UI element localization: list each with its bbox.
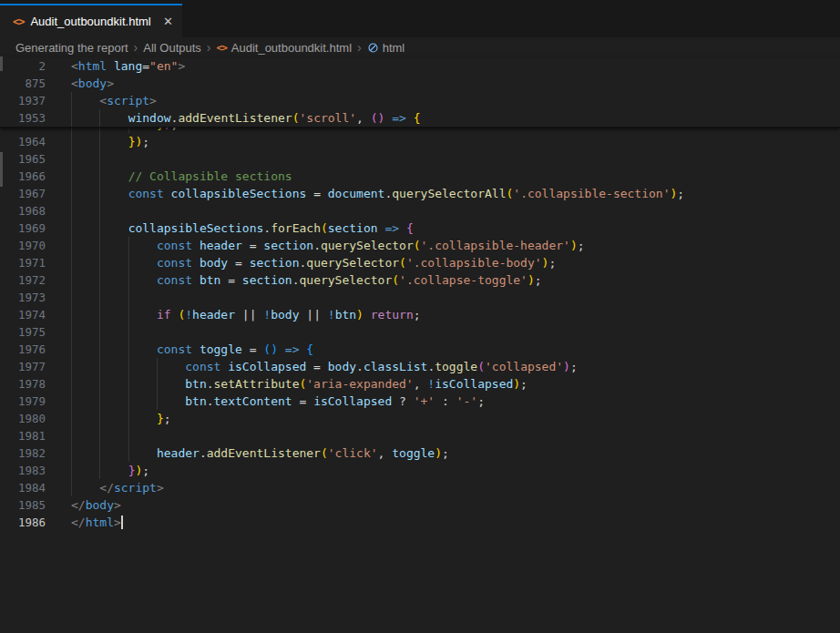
indent-guide [71,185,72,202]
code-line[interactable]: 1967 const collapsibleSections = documen… [0,185,840,202]
close-icon[interactable]: ✕ [163,15,173,28]
code-line[interactable]: 1974 if (!header || !body || !btn) retur… [0,306,840,323]
indent-guide [71,462,72,479]
breadcrumb-item[interactable]: html [367,41,405,55]
sticky-line[interactable]: 2<html lang="en"> [0,57,840,75]
indent-guide [99,185,100,202]
line-content: <script> [46,92,840,109]
indent-guide [71,341,72,358]
code-line[interactable]: 1970 const header = section.querySelecto… [0,237,840,254]
indent-guide [99,237,100,254]
line-content: header.addEventListener('click', toggle)… [46,444,840,462]
breadcrumb: Generating the report›All Outputs›<>Audi… [0,37,840,57]
breadcrumb-item[interactable]: <>Audit_outboundkit.html [217,41,353,55]
line-number: 1972 [0,271,46,289]
line-content [46,150,840,168]
code-line[interactable]: 1978 btn.setAttribute('aria-expanded', !… [0,375,840,393]
line-number: 1978 [0,375,46,393]
indent-guide [71,92,72,109]
indent-guide [128,306,129,323]
left-edge-marker [0,56,3,71]
code-line[interactable]: 1972 const btn = section.querySelector('… [0,271,840,289]
indent-guide [99,202,100,220]
left-edge-marker [0,152,3,187]
code-line[interactable]: 1977 const isCollapsed = body.classList.… [0,358,840,375]
line-content: const btn = section.querySelector('.coll… [46,271,840,289]
chevron-right-icon: › [134,41,138,54]
line-number: 1966 [0,168,46,185]
symbol-icon [367,42,379,54]
code-line[interactable]: 1976 const toggle = () => { [0,341,840,358]
indent-guide [128,444,129,462]
code-line[interactable]: 1984 </script> [0,479,840,496]
line-content: if (!header || !body || !btn) return; [46,306,840,323]
indent-guide [157,393,158,410]
sticky-line[interactable]: 1953 window.addEventListener('scroll', (… [0,109,840,127]
line-number: 1969 [0,220,46,237]
breadcrumb-label: html [383,41,405,55]
tab-audit-outboundkit-html[interactable]: <> Audit_outboundkit.html ✕ [0,4,182,37]
indent-guide [99,271,100,289]
indent-guide [71,289,72,306]
code-line[interactable]: 1981 [0,427,840,444]
line-content [46,427,840,444]
code-line[interactable]: 1982 header.addEventListener('click', to… [0,444,840,462]
line-number: 1985 [0,496,46,514]
line-content: collapsibleSections.forEach(section => { [46,220,840,237]
line-number: 1971 [0,254,46,271]
indent-guide [71,410,72,427]
indent-guide [128,427,129,444]
line-number: 1982 [0,444,46,462]
indent-guide [99,393,100,410]
line-number: 1986 [0,514,46,531]
sticky-line[interactable]: 875<body> [0,75,840,92]
code-editor-window: <> Audit_outboundkit.html ✕ Generating t… [0,0,840,633]
code-line[interactable]: 1964 }); [0,133,840,150]
line-number: 1970 [0,237,46,254]
breadcrumb-item[interactable]: All Outputs [143,41,201,55]
code-line[interactable]: 1975 [0,323,840,341]
chevron-right-icon: › [207,41,211,54]
code-line[interactable]: 1966 // Collapsible sections [0,168,840,185]
indent-guide [128,271,129,289]
code-line[interactable]: 1983 }); [0,462,840,479]
line-content: </html> [46,514,840,531]
indent-guide [71,479,72,496]
code-line[interactable]: 1968 [0,202,840,220]
sticky-scroll: 2<html lang="en">875<body>1937 <script>1… [0,57,840,128]
code-line[interactable]: 1986</html> [0,514,840,531]
line-content: const isCollapsed = body.classList.toggl… [46,358,840,375]
line-number: 1984 [0,479,46,496]
code-line[interactable]: 1979 btn.textContent = isCollapsed ? '+'… [0,393,840,410]
line-number: 1973 [0,289,46,306]
code-line[interactable]: 1973 [0,289,840,306]
line-content: const toggle = () => { [46,341,840,358]
indent-guide [157,358,158,375]
line-content: </script> [46,479,840,496]
line-content: <body> [46,75,840,92]
line-content: // Collapsible sections [46,168,840,185]
code-line[interactable]: 1980 }; [0,410,840,427]
line-content: const header = section.querySelector('.c… [46,237,840,254]
indent-guide [99,289,100,306]
indent-guide [128,341,129,358]
indent-guide [71,427,72,444]
line-content: <html lang="en"> [46,57,840,75]
indent-guide [99,254,100,271]
code-line[interactable]: 1965 [0,150,840,168]
indent-guide [99,444,100,462]
line-content: const collapsibleSections = document.que… [46,185,840,202]
code-line[interactable]: 1971 const body = section.querySelector(… [0,254,840,271]
chevron-right-icon: › [357,41,362,54]
indent-guide [71,323,72,341]
indent-guide [99,462,100,479]
code-line[interactable]: 1985</body> [0,496,840,514]
sticky-line[interactable]: 1937 <script> [0,92,840,109]
breadcrumb-item[interactable]: Generating the report [15,41,128,55]
line-number: 1953 [0,109,46,127]
indent-guide [99,133,100,150]
indent-guide [128,410,129,427]
line-content: const body = section.querySelector('.col… [46,254,840,271]
line-number: 1965 [0,150,46,168]
code-line[interactable]: 1969 collapsibleSections.forEach(section… [0,220,840,237]
